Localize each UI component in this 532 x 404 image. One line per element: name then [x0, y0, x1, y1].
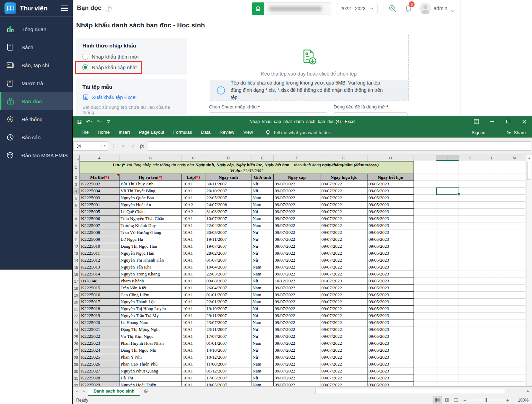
empty-cell[interactable]: [414, 354, 436, 361]
cell[interactable]: Nữ: [251, 347, 274, 354]
empty-cell[interactable]: [436, 229, 459, 236]
normal-view-button[interactable]: [433, 396, 442, 404]
cell[interactable]: 10A1: [182, 222, 205, 229]
maximize-button[interactable]: [500, 116, 516, 127]
row-header-21[interactable]: 21: [73, 306, 80, 313]
cell[interactable]: Nữ: [251, 188, 274, 195]
row-header-9[interactable]: 9: [73, 222, 80, 229]
cell[interactable]: 09/07/2022: [274, 202, 320, 209]
cell[interactable]: 10A1: [182, 326, 205, 333]
sidebar-item-2[interactable]: Báo, tạp chí: [0, 56, 73, 74]
cell[interactable]: 09/08/2007: [205, 278, 251, 285]
empty-cell[interactable]: [481, 382, 503, 386]
tell-me-box[interactable]: Tell me what you want to do...: [266, 130, 332, 135]
empty-cell[interactable]: [436, 375, 459, 382]
cell[interactable]: Đặng Thị Ngọc Nhi: [119, 347, 182, 354]
cell[interactable]: Nam: [251, 319, 274, 326]
empty-cell[interactable]: [481, 299, 503, 306]
empty-cell[interactable]: [503, 278, 525, 285]
cell[interactable]: 23/11/2007: [205, 326, 251, 333]
empty-cell[interactable]: [481, 326, 503, 333]
empty-cell[interactable]: [481, 361, 503, 368]
cell[interactable]: 10A1: [182, 340, 205, 347]
empty-cell[interactable]: [503, 216, 525, 222]
search-stats-icon[interactable]: [388, 4, 398, 15]
cell[interactable]: 09/07/2022: [274, 368, 320, 375]
cell[interactable]: 09/07/2022: [274, 292, 320, 299]
cell[interactable]: 31/03/2007: [205, 209, 251, 216]
column-header-G[interactable]: G: [320, 155, 367, 161]
cell[interactable]: Nam: [251, 292, 274, 299]
empty-cell[interactable]: [459, 375, 481, 382]
cell[interactable]: 09/05/2023: [367, 292, 414, 299]
cell[interactable]: Võ Thị Kim Ngọc: [119, 333, 182, 340]
empty-cell[interactable]: [436, 313, 459, 319]
cell[interactable]: Lê Hoàng Nam: [119, 319, 182, 326]
cell[interactable]: Nguyễn Quốc Bảo: [119, 195, 182, 202]
cell[interactable]: Nữ: [251, 257, 274, 264]
cell[interactable]: 10/04/2007: [205, 264, 251, 271]
row-header-29[interactable]: 29: [73, 361, 80, 368]
empty-cell[interactable]: [481, 181, 503, 188]
cell[interactable]: 10A1: [182, 271, 205, 278]
empty-cell[interactable]: [503, 181, 525, 188]
name-box[interactable]: J4 ▼: [73, 141, 108, 151]
cell[interactable]: Nguyễn Thị Hồng Luyến: [119, 306, 182, 313]
radio-option-0[interactable]: Nhập khẩu thêm mới: [82, 54, 181, 60]
cell[interactable]: 28/02/2007: [205, 250, 251, 257]
row-header-14[interactable]: 14: [73, 257, 80, 264]
cell[interactable]: 09/07/2022: [274, 340, 320, 347]
column-header-A[interactable]: A: [80, 155, 119, 161]
cell[interactable]: 10A1: [182, 250, 205, 257]
column-header-M[interactable]: M: [503, 155, 525, 161]
cell[interactable]: Nam: [251, 216, 274, 222]
empty-cell[interactable]: [414, 195, 436, 202]
cell[interactable]: Nữ: [251, 229, 274, 236]
cell[interactable]: 10A1: [182, 264, 205, 271]
empty-cell[interactable]: [503, 264, 525, 271]
empty-cell[interactable]: [436, 299, 459, 306]
empty-cell[interactable]: [481, 278, 503, 285]
empty-cell[interactable]: [436, 161, 459, 174]
empty-cell[interactable]: [481, 333, 503, 340]
cell[interactable]: 10A1: [182, 368, 205, 375]
school-home-icon[interactable]: [252, 2, 264, 15]
cell[interactable]: 09/05/2023: [367, 202, 414, 209]
cell[interactable]: 09/07/2022: [320, 181, 367, 188]
empty-cell[interactable]: [414, 257, 436, 264]
empty-cell[interactable]: [436, 292, 459, 299]
cell[interactable]: 09/05/2023: [367, 299, 414, 306]
cell[interactable]: 09/07/2022: [274, 216, 320, 222]
table-header-cell[interactable]: Ngày hiệu lực: [320, 174, 367, 181]
cell[interactable]: 09/07/2022: [320, 216, 367, 222]
empty-cell[interactable]: [503, 236, 525, 243]
cell[interactable]: K2225024: [80, 347, 119, 354]
note-cell[interactable]: Lưu ý: Vui lòng nhập các thông tin ngày …: [80, 161, 414, 174]
row-header-23[interactable]: 23: [73, 319, 80, 326]
cell[interactable]: 09/05/2023: [367, 382, 414, 386]
cell[interactable]: 10A1: [182, 195, 205, 202]
help-icon[interactable]: ?: [106, 6, 112, 12]
table-header-cell[interactable]: Lớp (*): [182, 174, 205, 181]
cell[interactable]: K2225002: [80, 181, 119, 188]
ribbon-tab-home[interactable]: Home: [93, 127, 114, 138]
close-button[interactable]: [516, 116, 532, 127]
cell[interactable]: 09/07/2022: [320, 202, 367, 209]
cell[interactable]: 09/05/2023: [367, 347, 414, 354]
cell[interactable]: 09/07/2022: [274, 271, 320, 278]
empty-cell[interactable]: [459, 319, 481, 326]
empty-cell[interactable]: [414, 382, 436, 386]
cell[interactable]: 09/05/2023: [367, 326, 414, 333]
cell[interactable]: Lữ Ngọc Hà: [119, 236, 182, 243]
empty-cell[interactable]: [459, 292, 481, 299]
cell[interactable]: 17/07/2007: [205, 333, 251, 340]
empty-cell[interactable]: [459, 285, 481, 292]
horizontal-scroll-thumb[interactable]: [315, 388, 505, 394]
export-excel-link[interactable]: Xuất khẩu tệp Excel: [82, 94, 181, 100]
empty-cell[interactable]: [414, 243, 436, 250]
cell[interactable]: 10A2: [182, 202, 205, 209]
cell[interactable]: Nguyễn Tấn Kha: [119, 264, 182, 271]
row-header-13[interactable]: 13: [73, 250, 80, 257]
table-header-cell[interactable]: Ngày cấp: [274, 174, 320, 181]
cell[interactable]: Nữ: [251, 326, 274, 333]
